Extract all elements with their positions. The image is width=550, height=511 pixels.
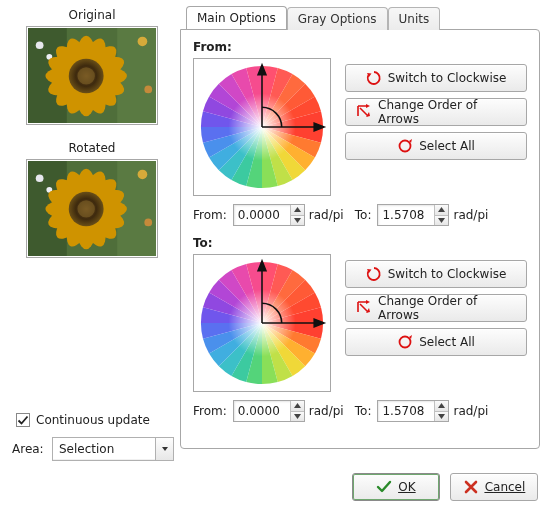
to-switch-clockwise-button[interactable]: Switch to Clockwise <box>345 260 527 288</box>
swap-arrows-icon <box>356 104 372 120</box>
spinner-down-icon[interactable] <box>291 215 304 226</box>
swap-arrows-icon <box>356 300 372 316</box>
to-select-all-button[interactable]: Select All <box>345 328 527 356</box>
to-to-label: To: <box>355 404 372 418</box>
from-change-order-button[interactable]: Change Order of Arrows <box>345 98 527 126</box>
svg-point-16 <box>77 67 94 84</box>
spinner-up-icon[interactable] <box>435 401 448 411</box>
original-thumb-label: Original <box>10 8 174 22</box>
from-from-unit: rad/pi <box>309 208 351 222</box>
svg-point-37 <box>400 141 411 152</box>
tab-main-options[interactable]: Main Options <box>186 6 287 29</box>
from-to-unit: rad/pi <box>453 208 495 222</box>
cancel-button-label: Cancel <box>485 480 526 494</box>
continuous-update-label: Continuous update <box>36 413 150 427</box>
spinner-up-icon[interactable] <box>291 205 304 215</box>
spinner-value: 0.0000 <box>234 205 290 225</box>
original-thumb <box>26 26 158 125</box>
button-label: Change Order of Arrows <box>378 98 516 126</box>
from-switch-clockwise-button[interactable]: Switch to Clockwise <box>345 64 527 92</box>
select-all-icon <box>397 138 413 154</box>
spinner-value: 1.5708 <box>378 205 434 225</box>
button-label: Change Order of Arrows <box>378 294 516 322</box>
spinner-down-icon[interactable] <box>291 411 304 422</box>
spinner-value: 0.0000 <box>234 401 290 421</box>
tab-pane-main-options: From: <box>180 29 540 449</box>
svg-point-23 <box>144 219 152 227</box>
select-all-icon <box>397 334 413 350</box>
rotated-thumb-label: Rotated <box>10 141 174 155</box>
from-section-title: From: <box>193 40 527 54</box>
ok-button-label: OK <box>398 480 415 494</box>
rotated-thumb <box>26 159 158 258</box>
spinner-up-icon[interactable] <box>291 401 304 411</box>
to-change-order-button[interactable]: Change Order of Arrows <box>345 294 527 322</box>
to-to-unit: rad/pi <box>453 404 495 418</box>
spinner-value: 1.5708 <box>378 401 434 421</box>
button-label: Select All <box>419 335 475 349</box>
cancel-button[interactable]: Cancel <box>450 473 538 501</box>
spinner-down-icon[interactable] <box>435 411 448 422</box>
ok-button[interactable]: OK <box>352 473 440 501</box>
from-select-all-button[interactable]: Select All <box>345 132 527 160</box>
button-label: Switch to Clockwise <box>388 71 507 85</box>
area-combobox-value: Selection <box>53 438 155 460</box>
to-from-label: From: <box>193 404 227 418</box>
to-color-wheel[interactable] <box>193 254 331 392</box>
tab-gray-options[interactable]: Gray Options <box>287 7 388 30</box>
from-to-spinner[interactable]: 1.5708 <box>377 204 449 226</box>
button-label: Switch to Clockwise <box>388 267 507 281</box>
to-from-unit: rad/pi <box>309 404 351 418</box>
svg-point-5 <box>138 37 148 47</box>
tab-units-label: Units <box>399 12 430 26</box>
tab-main-options-label: Main Options <box>197 11 276 25</box>
close-icon <box>463 479 479 495</box>
svg-point-20 <box>36 174 44 182</box>
to-section-title: To: <box>193 236 527 250</box>
rotate-cw-icon <box>366 70 382 86</box>
area-label: Area: <box>12 442 52 456</box>
rotate-cw-icon <box>366 266 382 282</box>
svg-point-33 <box>77 200 94 217</box>
tab-gray-options-label: Gray Options <box>298 12 377 26</box>
to-to-spinner[interactable]: 1.5708 <box>377 400 449 422</box>
checkbox-mark-icon <box>16 413 30 427</box>
spinner-up-icon[interactable] <box>435 205 448 215</box>
from-from-spinner[interactable]: 0.0000 <box>233 204 305 226</box>
spinner-down-icon[interactable] <box>435 215 448 226</box>
from-from-label: From: <box>193 208 227 222</box>
area-combobox[interactable]: Selection <box>52 437 174 461</box>
tab-units[interactable]: Units <box>388 7 441 30</box>
chevron-down-icon <box>155 438 173 460</box>
check-icon <box>376 479 392 495</box>
from-color-wheel[interactable] <box>193 58 331 196</box>
from-to-label: To: <box>355 208 372 222</box>
svg-point-22 <box>138 170 148 180</box>
button-label: Select All <box>419 139 475 153</box>
to-from-spinner[interactable]: 0.0000 <box>233 400 305 422</box>
continuous-update-checkbox[interactable]: Continuous update <box>10 413 174 427</box>
svg-point-3 <box>36 41 44 49</box>
svg-point-6 <box>144 86 152 94</box>
svg-point-41 <box>400 337 411 348</box>
